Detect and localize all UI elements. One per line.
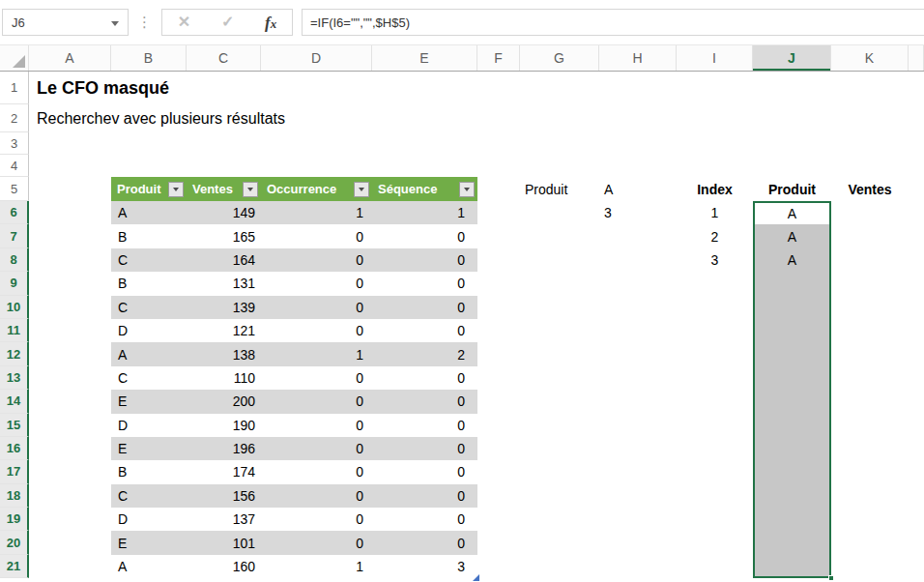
formula-input[interactable]: =IF(I6="","",$H$5) — [302, 9, 924, 36]
table-header-occurrence[interactable]: Occurrence — [261, 177, 372, 201]
table-cell[interactable]: 0 — [372, 437, 477, 460]
column-header-h[interactable]: H — [599, 45, 677, 71]
index-1-cell[interactable]: 1 — [677, 201, 753, 224]
table-header-sequence[interactable]: Séquence — [372, 177, 477, 201]
table-cell[interactable]: D — [111, 414, 187, 437]
row-header-2[interactable]: 2 — [0, 104, 29, 132]
table-cell[interactable]: E — [111, 390, 187, 413]
table-cell[interactable]: 0 — [261, 531, 372, 554]
table-cell[interactable]: 3 — [372, 555, 477, 578]
table-cell[interactable]: 0 — [372, 531, 477, 554]
row-header-18[interactable]: 18 — [0, 484, 29, 508]
column-header-b[interactable]: B — [111, 45, 187, 71]
table-cell[interactable]: 121 — [187, 319, 261, 342]
active-cell-j6[interactable]: A — [755, 203, 829, 224]
row-header-1[interactable]: 1 — [0, 72, 29, 104]
table-cell[interactable]: 0 — [372, 460, 477, 483]
fill-handle[interactable] — [828, 575, 834, 581]
index-2-cell[interactable]: 2 — [677, 224, 753, 247]
table-cell[interactable]: 0 — [261, 508, 372, 531]
table-cell[interactable]: A — [111, 555, 187, 578]
table-cell[interactable]: A — [111, 201, 187, 224]
filter-button-occurrence[interactable] — [354, 182, 369, 197]
result-ventes-label-cell[interactable]: Ventes — [831, 177, 909, 201]
row-header-21[interactable]: 21 — [0, 555, 29, 578]
table-cell[interactable]: C — [111, 366, 187, 390]
table-cell[interactable]: C — [111, 296, 187, 319]
table-cell[interactable]: 1 — [261, 342, 372, 365]
table-cell[interactable]: 149 — [187, 201, 261, 224]
row-header-20[interactable]: 20 — [0, 531, 29, 554]
table-cell[interactable]: C — [111, 484, 187, 508]
cell-j7[interactable]: A — [755, 224, 829, 247]
row-header-13[interactable]: 13 — [0, 366, 29, 390]
table-cell[interactable]: 1 — [261, 201, 372, 224]
lookup-produit-label-cell[interactable]: Produit — [520, 177, 599, 201]
column-header-a[interactable]: A — [29, 45, 111, 71]
index-3-cell[interactable]: 3 — [677, 248, 753, 272]
table-cell[interactable]: 160 — [187, 555, 261, 578]
table-cell[interactable]: 0 — [372, 296, 477, 319]
table-cell[interactable]: 0 — [261, 437, 372, 460]
name-box-dropdown-icon[interactable] — [111, 21, 119, 26]
table-cell[interactable]: 1 — [372, 201, 477, 224]
column-header-k[interactable]: K — [831, 45, 909, 71]
table-cell[interactable]: 0 — [261, 484, 372, 508]
filter-button-sequence[interactable] — [459, 182, 475, 197]
table-cell[interactable]: E — [111, 531, 187, 554]
column-header-i[interactable]: I — [677, 45, 753, 71]
table-cell[interactable]: 0 — [372, 248, 477, 272]
table-cell[interactable]: 110 — [187, 366, 261, 390]
filter-button-ventes[interactable] — [243, 182, 258, 197]
column-header-f[interactable]: F — [477, 45, 520, 71]
table-cell[interactable]: E — [111, 437, 187, 460]
table-cell[interactable]: 0 — [261, 272, 372, 295]
column-header-d[interactable]: D — [261, 45, 372, 71]
table-cell[interactable]: 0 — [372, 366, 477, 390]
row-header-5[interactable]: 5 — [0, 177, 29, 201]
row-header-16[interactable]: 16 — [0, 437, 29, 460]
row-header-11[interactable]: 11 — [0, 319, 29, 342]
table-cell[interactable]: 0 — [372, 414, 477, 437]
table-cell[interactable]: B — [111, 272, 187, 295]
column-header-c[interactable]: C — [187, 45, 261, 71]
table-cell[interactable]: D — [111, 508, 187, 531]
index-label-cell[interactable]: Index — [677, 177, 753, 201]
table-cell[interactable]: 0 — [372, 390, 477, 413]
row-header-12[interactable]: 12 — [0, 342, 29, 365]
table-cell[interactable]: 0 — [261, 366, 372, 390]
table-cell[interactable]: C — [111, 248, 187, 272]
table-cell[interactable]: 200 — [187, 390, 261, 413]
row-header-9[interactable]: 9 — [0, 272, 29, 295]
table-cell[interactable]: 0 — [372, 319, 477, 342]
table-cell[interactable]: 156 — [187, 484, 261, 508]
row-header-4[interactable]: 4 — [0, 155, 29, 177]
selected-range-j6-j21[interactable]: A A A — [753, 201, 831, 578]
table-cell[interactable]: B — [111, 460, 187, 483]
table-header-ventes[interactable]: Ventes — [187, 177, 261, 201]
table-cell[interactable]: D — [111, 319, 187, 342]
table-cell[interactable]: 0 — [261, 319, 372, 342]
row-header-19[interactable]: 19 — [0, 508, 29, 531]
table-cell[interactable]: 190 — [187, 414, 261, 437]
row-header-10[interactable]: 10 — [0, 296, 29, 319]
table-cell[interactable]: A — [111, 342, 187, 365]
row-header-17[interactable]: 17 — [0, 460, 29, 483]
table-cell[interactable]: 0 — [261, 460, 372, 483]
sheet-title-cell[interactable]: Le CFO masqué — [29, 72, 677, 104]
row-header-15[interactable]: 15 — [0, 414, 29, 437]
column-header-e[interactable]: E — [372, 45, 477, 71]
table-cell[interactable]: 131 — [187, 272, 261, 295]
enter-icon[interactable]: ✓ — [221, 15, 234, 30]
table-cell[interactable]: 0 — [372, 224, 477, 247]
row-header-7[interactable]: 7 — [0, 224, 29, 247]
table-cell[interactable]: 139 — [187, 296, 261, 319]
lookup-occurrence-total-cell[interactable]: 3 — [599, 201, 677, 224]
table-cell[interactable]: 1 — [261, 555, 372, 578]
table-cell[interactable]: 0 — [372, 484, 477, 508]
row-header-6[interactable]: 6 — [0, 201, 29, 224]
select-all-corner[interactable] — [0, 45, 29, 71]
table-cell[interactable]: 165 — [187, 224, 261, 247]
cell-j8[interactable]: A — [755, 248, 829, 272]
row-header-3[interactable]: 3 — [0, 132, 29, 155]
